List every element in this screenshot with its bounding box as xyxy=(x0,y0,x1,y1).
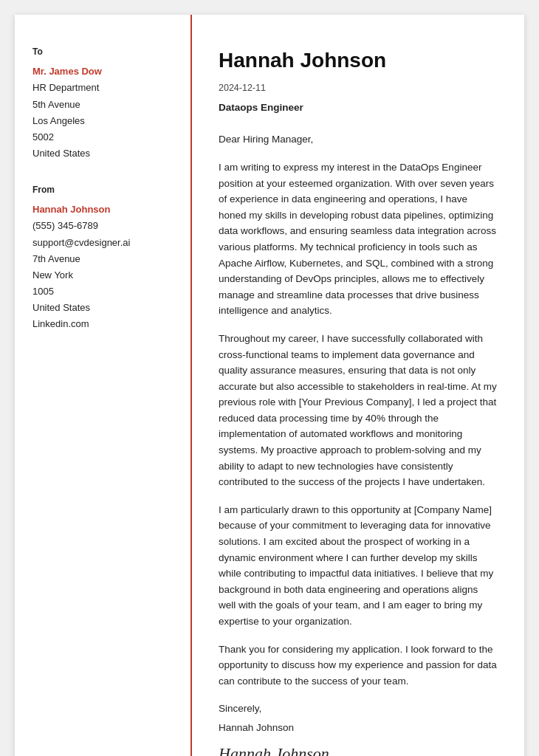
paragraph-4: Thank you for considering my application… xyxy=(219,642,498,690)
sender-name: Hannah Johnson xyxy=(32,202,173,218)
sender-city: New York xyxy=(32,267,173,284)
letter-date: 2024-12-11 xyxy=(219,80,498,95)
recipient-zip: 5002 xyxy=(32,129,173,145)
cursive-signature: Hannah Johnson xyxy=(219,740,498,756)
recipient-street: 5th Avenue xyxy=(32,97,173,113)
recipient-city: Los Angeles xyxy=(32,113,173,129)
paragraph-2: Throughout my career, I have successfull… xyxy=(219,331,498,490)
from-label: From xyxy=(32,182,173,197)
sender-street: 7th Avenue xyxy=(32,251,173,267)
sender-email: support@cvdesigner.ai xyxy=(32,235,173,251)
sender-phone: (555) 345-6789 xyxy=(32,218,173,234)
recipient-dept: HR Department xyxy=(32,80,173,96)
sender-country: United States xyxy=(32,300,173,316)
greeting: Dear Hiring Manager, xyxy=(219,131,498,148)
closing: Sincerely, xyxy=(219,701,498,717)
to-label: To xyxy=(32,44,173,59)
from-section: From Hannah Johnson (555) 345-6789 suppo… xyxy=(32,182,173,332)
recipient-name: Mr. James Dow xyxy=(32,63,173,80)
paragraph-3: I am particularly drawn to this opportun… xyxy=(219,502,498,630)
main-content: Hannah Johnson 2024-12-11 Dataops Engine… xyxy=(192,15,524,756)
applicant-name: Hannah Johnson xyxy=(219,44,498,78)
recipient-country: United States xyxy=(32,145,173,162)
to-section: To Mr. James Dow HR Department 5th Avenu… xyxy=(32,44,173,162)
sender-zip: 1005 xyxy=(32,284,173,300)
closing-name: Hannah Johnson xyxy=(219,720,498,736)
sender-linkedin: Linkedin.com xyxy=(32,316,173,332)
cover-letter-page: To Mr. James Dow HR Department 5th Avenu… xyxy=(15,15,524,756)
paragraph-1: I am writing to express my interest in t… xyxy=(219,159,498,319)
job-title: Dataops Engineer xyxy=(219,100,498,116)
sidebar: To Mr. James Dow HR Department 5th Avenu… xyxy=(15,15,192,756)
